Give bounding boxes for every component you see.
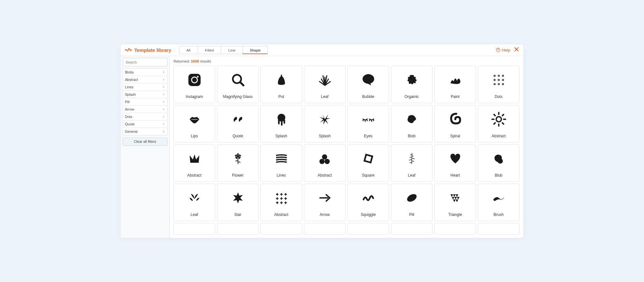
filter-general[interactable]: General (123, 128, 167, 135)
card-label: Leaf (408, 170, 415, 181)
template-card[interactable]: Pill (391, 184, 432, 221)
template-card[interactable]: Bubble (347, 66, 389, 103)
tab-all[interactable]: All (179, 46, 198, 54)
dots-icon (478, 66, 519, 91)
template-card[interactable]: Leaf (174, 184, 215, 221)
flower-icon (217, 145, 258, 170)
template-card[interactable]: Squiggle (347, 184, 389, 221)
template-card[interactable]: Eyes (347, 105, 389, 142)
bubble-icon (348, 66, 389, 91)
card-label: Splash (319, 131, 331, 142)
template-card[interactable]: Arrow (304, 184, 346, 221)
card-label: Magnifying Glass (223, 91, 252, 103)
template-card[interactable]: Square (347, 144, 389, 182)
template-card[interactable]: Blob (391, 105, 432, 142)
magnify-icon (217, 66, 258, 91)
template-card[interactable]: Abstract (174, 144, 215, 182)
template-card[interactable] (304, 223, 346, 235)
template-card[interactable]: Leaf (304, 66, 346, 103)
card-label: Heart (450, 170, 460, 181)
filter-pill[interactable]: Pill (123, 98, 167, 106)
close-button[interactable] (514, 46, 519, 53)
filter-arrow[interactable]: Arrow (123, 105, 167, 113)
template-card[interactable]: Lines (260, 144, 302, 182)
filter-quote[interactable]: Quote (123, 120, 167, 128)
filter-label: Dots (125, 115, 132, 119)
template-card[interactable]: Dots (478, 66, 519, 103)
card-label: Leaf (321, 91, 328, 103)
card-label: Pot (278, 91, 284, 103)
tab-filled[interactable]: Filled (198, 46, 221, 54)
card-label: Squiggle (361, 209, 376, 221)
card-label: Pill (409, 209, 414, 221)
template-card[interactable]: Abstract (304, 144, 346, 182)
chevron-right-icon (162, 78, 165, 81)
template-card[interactable] (391, 223, 432, 235)
template-card[interactable] (174, 223, 215, 235)
template-card[interactable]: Splash (260, 105, 302, 142)
card-label: Spiral (450, 131, 460, 142)
clear-filters-button[interactable]: Clear all filters (123, 138, 167, 146)
filter-splash[interactable]: Splash (123, 91, 167, 98)
lips-icon (174, 105, 215, 131)
pot-icon (261, 66, 302, 91)
filter-label: Quote (125, 122, 135, 126)
template-card[interactable]: Paint (434, 66, 476, 103)
drip-icon (261, 105, 302, 131)
search-input[interactable] (123, 58, 167, 66)
result-count: Returned: 1606 results (174, 59, 519, 63)
card-label: Brush (494, 209, 504, 221)
chevron-right-icon (162, 71, 165, 74)
template-card[interactable]: Leaf (391, 144, 432, 182)
template-card[interactable]: Splash (304, 105, 346, 142)
help-link[interactable]: Help (496, 48, 510, 53)
filter-label: Lines (125, 85, 133, 89)
template-card[interactable]: Orgainic (391, 66, 432, 103)
template-card[interactable]: Abstract (478, 105, 519, 142)
template-card[interactable]: Triangle (434, 184, 476, 221)
template-card[interactable]: Heart (434, 144, 476, 182)
filter-list: BlobsAbstractLinesSplashPillArrowDotsQuo… (123, 68, 167, 135)
template-card[interactable] (478, 223, 519, 235)
template-card[interactable] (217, 223, 259, 235)
tab-line[interactable]: Line (221, 46, 243, 54)
template-card[interactable] (434, 223, 476, 235)
template-card[interactable] (347, 223, 389, 235)
card-label: Abstract (317, 170, 332, 181)
paint-icon (435, 66, 476, 91)
template-card[interactable]: Brush (478, 184, 519, 221)
pebbles-icon (304, 145, 345, 170)
template-card[interactable]: Pot (260, 66, 302, 103)
card-label: Orgainic (404, 91, 419, 103)
template-card[interactable]: Blob (478, 144, 519, 182)
template-card[interactable]: Flower (217, 144, 259, 182)
filter-lines[interactable]: Lines (123, 83, 167, 91)
filter-dots[interactable]: Dots (123, 113, 167, 121)
blob1-icon (391, 105, 432, 131)
filter-abstract[interactable]: Abstract (123, 76, 167, 83)
template-card[interactable]: Star (217, 184, 259, 221)
starburst-icon (217, 184, 258, 209)
filter-blobs[interactable]: Blobs (123, 68, 167, 76)
instagram-icon (174, 66, 215, 91)
arrow-icon (304, 184, 345, 209)
chevron-right-icon (162, 93, 165, 96)
card-label: Star (234, 209, 241, 221)
template-card[interactable]: Spiral (434, 105, 476, 142)
template-card[interactable]: Lips (174, 105, 215, 142)
card-label: Abstract (187, 170, 201, 181)
template-card[interactable] (260, 223, 302, 235)
template-card[interactable]: Magnifying Glass (217, 66, 259, 103)
logo: Template library (125, 46, 171, 54)
card-label: Instagram (186, 91, 203, 103)
help-label: Help (502, 48, 510, 53)
template-card[interactable]: Instagram (174, 66, 215, 103)
template-card[interactable]: Quote (217, 105, 259, 142)
tab-shape[interactable]: Shape (242, 46, 268, 54)
card-label: Triangle (448, 209, 462, 221)
filter-label: Abstract (125, 78, 138, 82)
template-card[interactable]: Abstract (260, 184, 302, 221)
chevron-right-icon (162, 122, 165, 126)
quote-icon (217, 105, 258, 131)
square-icon (348, 145, 389, 170)
